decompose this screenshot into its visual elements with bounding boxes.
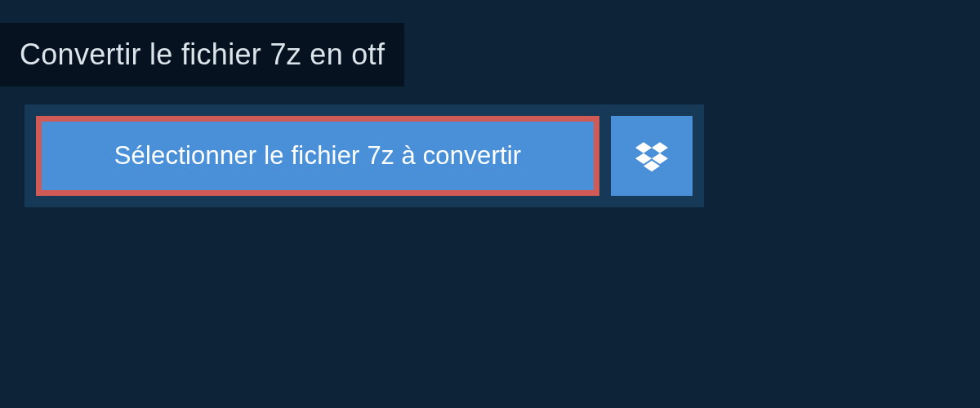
page-header: Convertir le fichier 7z en otf xyxy=(0,23,404,86)
select-file-button-label: Sélectionner le fichier 7z à convertir xyxy=(114,141,522,171)
upload-panel: Sélectionner le fichier 7z à convertir xyxy=(24,104,704,207)
dropbox-icon xyxy=(635,140,668,172)
page-title: Convertir le fichier 7z en otf xyxy=(20,38,385,72)
select-file-button[interactable]: Sélectionner le fichier 7z à convertir xyxy=(36,116,599,196)
dropbox-button[interactable] xyxy=(611,116,693,196)
